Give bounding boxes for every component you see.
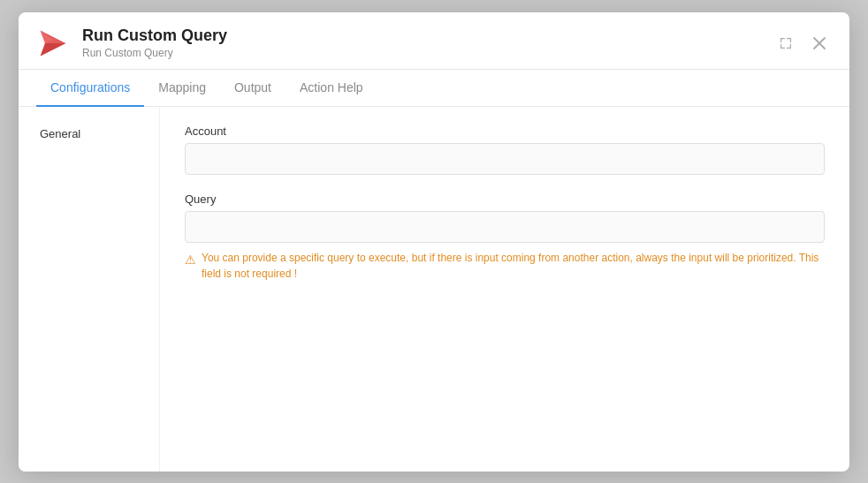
sidebar: General <box>19 107 160 472</box>
expand-icon <box>779 36 793 50</box>
modal-body: General Account Query ⚠ You can provide … <box>19 107 849 472</box>
account-input[interactable] <box>185 143 825 175</box>
modal-dialog: Run Custom Query Run Custom Query <box>19 12 849 472</box>
query-input[interactable] <box>185 211 825 243</box>
query-hint: ⚠ You can provide a specific query to ex… <box>185 250 825 282</box>
app-logo <box>36 26 70 60</box>
modal-title: Run Custom Query <box>82 26 227 46</box>
tab-action-help[interactable]: Action Help <box>286 70 377 107</box>
hint-icon: ⚠ <box>185 251 196 269</box>
modal-title-block: Run Custom Query Run Custom Query <box>82 26 227 60</box>
modal-header-actions <box>773 34 832 52</box>
svg-rect-4 <box>780 38 781 42</box>
tab-configurations[interactable]: Configurations <box>36 70 144 107</box>
tab-mapping[interactable]: Mapping <box>144 70 220 107</box>
svg-rect-10 <box>790 44 791 49</box>
close-icon <box>812 36 826 50</box>
expand-button[interactable] <box>773 34 798 52</box>
svg-rect-6 <box>790 38 791 42</box>
modal-subtitle: Run Custom Query <box>82 47 227 59</box>
query-field-group: Query ⚠ You can provide a specific query… <box>185 192 825 282</box>
main-content: Account Query ⚠ You can provide a specif… <box>160 107 849 472</box>
tab-bar: Configurations Mapping Output Action Hel… <box>19 70 849 107</box>
account-label: Account <box>185 125 825 138</box>
account-field-group: Account <box>185 125 825 175</box>
close-button[interactable] <box>807 34 832 52</box>
tab-output[interactable]: Output <box>220 70 286 107</box>
modal-header: Run Custom Query Run Custom Query <box>19 12 849 70</box>
modal-overlay: Run Custom Query Run Custom Query <box>0 0 868 483</box>
svg-rect-8 <box>780 44 781 49</box>
sidebar-item-general[interactable]: General <box>29 121 148 147</box>
query-hint-text: You can provide a specific query to exec… <box>202 250 825 282</box>
svg-marker-1 <box>41 43 66 56</box>
query-label: Query <box>185 192 825 206</box>
logo-icon <box>37 27 69 59</box>
